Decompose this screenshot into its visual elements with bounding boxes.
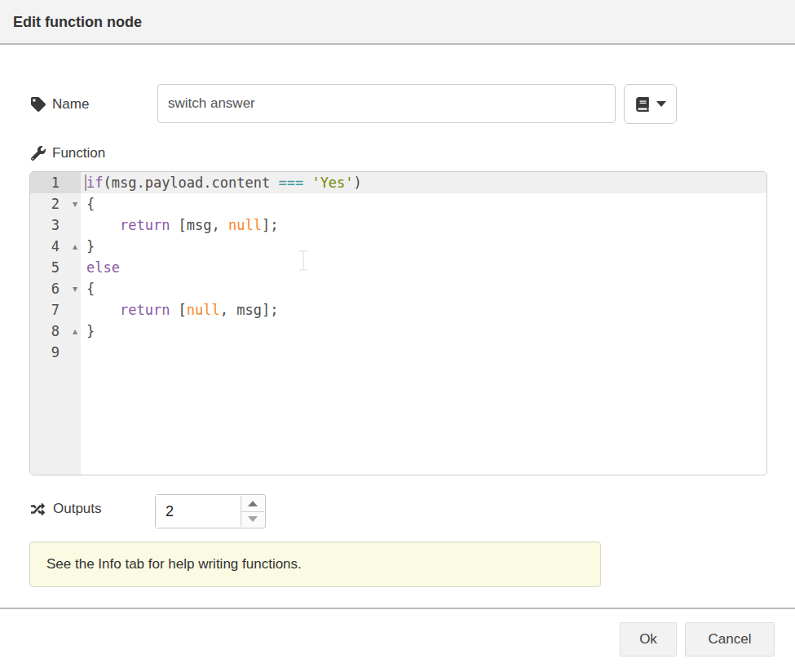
code-line-7[interactable]: 7 return [null, msg];: [30, 299, 766, 321]
token-text: }: [86, 323, 95, 339]
caret-up-icon: [248, 501, 258, 506]
code-lines: 1if(msg.payload.content === 'Yes')2▾{3 r…: [30, 172, 766, 363]
tag-icon: [31, 97, 46, 112]
fold-open-icon[interactable]: ▾: [73, 193, 77, 214]
code-line-text[interactable]: [81, 342, 766, 363]
code-line-2[interactable]: 2▾{: [30, 193, 766, 214]
code-line-text[interactable]: }: [81, 321, 766, 342]
token-text: ];: [262, 217, 278, 233]
line-number[interactable]: 4▴: [30, 236, 81, 257]
token-keyword: if: [86, 175, 103, 191]
code-editor[interactable]: 1if(msg.payload.content === 'Yes')2▾{3 r…: [29, 171, 767, 475]
outputs-label-text: Outputs: [53, 501, 102, 517]
name-label-text: Name: [52, 96, 89, 113]
outputs-input[interactable]: [156, 495, 241, 528]
token-text: [: [170, 302, 186, 318]
token-text: (msg.payload.content: [103, 175, 278, 191]
name-input[interactable]: [157, 84, 616, 123]
info-tip: See the Info tab for help writing functi…: [29, 542, 601, 587]
code-line-1[interactable]: 1if(msg.payload.content === 'Yes'): [30, 172, 766, 193]
line-number[interactable]: 5: [30, 257, 81, 278]
book-icon: [635, 97, 650, 112]
dialog-header: Edit function node: [0, 0, 795, 45]
code-line-3[interactable]: 3 return [msg, null];: [30, 214, 766, 236]
code-line-5[interactable]: 5else: [30, 257, 766, 278]
token-text: , msg];: [220, 302, 279, 318]
token-keyword: return: [120, 217, 170, 233]
token-text: {: [86, 281, 95, 297]
outputs-spinner: [155, 494, 266, 528]
code-line-text[interactable]: {: [81, 193, 766, 214]
text-cursor: [85, 175, 86, 191]
token-text: [msg,: [170, 217, 228, 233]
line-number[interactable]: 1: [30, 172, 81, 193]
footer-divider: [0, 608, 795, 609]
caret-down-icon: [248, 516, 258, 522]
dialog-title: Edit function node: [0, 0, 795, 45]
token-text: [86, 217, 120, 233]
code-line-9[interactable]: 9: [30, 342, 766, 363]
function-label: Function: [31, 140, 105, 166]
line-number[interactable]: 6▾: [30, 278, 81, 299]
code-line-text[interactable]: }: [81, 236, 766, 257]
token-text: ): [354, 175, 362, 191]
code-line-text[interactable]: return [msg, null];: [81, 214, 766, 236]
code-line-text[interactable]: else: [81, 257, 766, 278]
token-constant: null: [187, 302, 220, 318]
line-number[interactable]: 7: [30, 299, 81, 321]
line-number[interactable]: 3: [30, 214, 81, 236]
code-line-8[interactable]: 8▴}: [30, 321, 766, 342]
token-keyword: else: [86, 259, 120, 276]
function-label-text: Function: [52, 145, 105, 161]
line-number[interactable]: 8▴: [30, 321, 81, 342]
mouse-ibeam-cursor: [297, 250, 310, 275]
spinner-buttons: [241, 496, 264, 527]
ok-button[interactable]: Ok: [620, 622, 677, 657]
token-keyword: return: [120, 302, 170, 318]
token-constant: null: [228, 217, 262, 233]
code-line-text[interactable]: {: [81, 278, 766, 299]
caret-down-icon: [656, 101, 666, 107]
spinner-up-button[interactable]: [241, 496, 264, 512]
name-label: Name: [31, 91, 89, 117]
wrench-icon: [31, 146, 46, 161]
spinner-down-button[interactable]: [241, 512, 264, 528]
line-number[interactable]: 9: [30, 342, 81, 363]
code-line-6[interactable]: 6▾{: [30, 278, 766, 299]
fold-close-icon[interactable]: ▴: [73, 236, 77, 257]
token-string: 'Yes': [311, 175, 353, 191]
token-text: [303, 175, 311, 191]
code-line-text[interactable]: if(msg.payload.content === 'Yes'): [81, 172, 766, 193]
code-line-text[interactable]: return [null, msg];: [81, 299, 766, 321]
token-text: {: [86, 196, 95, 212]
token-text: [86, 302, 120, 318]
token-text: }: [86, 238, 95, 254]
cancel-button[interactable]: Cancel: [685, 622, 775, 657]
shuffle-icon: [29, 502, 46, 516]
token-operator: ===: [278, 175, 303, 191]
fold-close-icon[interactable]: ▴: [73, 321, 77, 342]
library-button[interactable]: [624, 84, 677, 124]
outputs-label: Outputs: [29, 496, 102, 522]
code-line-4[interactable]: 4▴}: [30, 236, 766, 257]
line-number[interactable]: 2▾: [30, 193, 81, 214]
fold-open-icon[interactable]: ▾: [73, 278, 77, 299]
